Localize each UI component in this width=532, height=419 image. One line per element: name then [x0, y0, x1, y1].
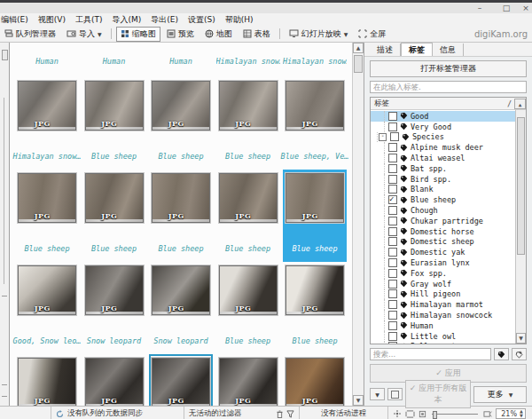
tree-scroll-down-icon[interactable]: ▼ — [516, 333, 526, 344]
tag-checkbox[interactable] — [388, 311, 397, 320]
tag-checkbox[interactable] — [388, 185, 397, 194]
tab-标签[interactable]: 标签 — [401, 43, 433, 56]
zoom-percent-spinbox[interactable]: 21% ▲▼ — [496, 408, 526, 419]
thumbnail-image[interactable]: JPG — [219, 358, 278, 406]
scroll-down-icon[interactable]: ▼ — [353, 395, 364, 406]
scrollbar-track[interactable] — [353, 75, 364, 395]
tree-scroll-up-icon[interactable]: ▲ — [514, 99, 526, 109]
thumbnail-cell[interactable]: JPGBlue sheep — [149, 170, 213, 262]
tag-row[interactable]: Bat spp. — [371, 163, 515, 174]
tag-row[interactable]: Fox spp. — [371, 268, 515, 279]
thumbnail-cell[interactable]: JPG — [82, 354, 146, 406]
tag-row[interactable]: Little owl — [371, 331, 515, 342]
tag-row[interactable]: Domestic sheep — [371, 237, 515, 248]
tag-checkbox[interactable] — [388, 269, 397, 278]
zoom-100-icon[interactable] — [419, 410, 426, 418]
thumbnail-cell[interactable]: JPG — [283, 354, 347, 406]
tag-row[interactable]: Alpine musk deer — [371, 142, 515, 153]
thumbnail-image[interactable]: JPG — [18, 265, 76, 315]
thumbnail-cell[interactable]: JPG — [149, 354, 213, 406]
thumbnail-image[interactable]: JPG — [85, 265, 144, 315]
menu-item[interactable]: 导入(M) — [112, 14, 141, 26]
tags-tree-scrollbar[interactable]: ▼ — [515, 110, 526, 344]
toolbar-import-button[interactable]: 导入▼ — [62, 27, 106, 42]
tag-row[interactable]: Chukar partridge — [371, 216, 515, 226]
tag-checkbox[interactable] — [388, 300, 397, 309]
thumbnail-image[interactable]: JPG — [85, 173, 144, 223]
thumbnail-image[interactable]: JPG — [219, 173, 278, 223]
thumbnail-image[interactable]: JPG — [18, 81, 76, 130]
scroll-up-icon[interactable]: ▲ — [353, 43, 364, 53]
spin-arrows[interactable]: ▲▼ — [518, 409, 525, 418]
tag-checkbox[interactable] — [388, 332, 397, 341]
tags-tree-header[interactable]: 标签 / ▲ — [371, 98, 526, 110]
thumbnail-cell[interactable]: JPG — [15, 354, 79, 406]
scrollbar-thumb[interactable] — [354, 55, 363, 73]
menu-item[interactable]: 编辑(E) — [1, 14, 28, 26]
toolbar-preview-button[interactable]: 预览 — [162, 27, 199, 42]
tag-row[interactable]: Hill pigeon — [371, 289, 515, 300]
open-tag-manager-button[interactable]: 打开标签管理器 — [370, 60, 527, 77]
apply-all-versions-button[interactable]: ✓ 应用于所有版本 — [405, 380, 471, 408]
tag-checkbox[interactable] — [388, 112, 397, 121]
thumbnail-cell[interactable]: JPGBlue sheep — [149, 77, 213, 170]
tag-checkbox[interactable] — [388, 195, 397, 204]
tag-row[interactable]: Chough — [371, 205, 515, 216]
tag-row[interactable]: Good — [371, 111, 515, 122]
tag-row[interactable]: Human — [371, 320, 515, 331]
thumbnail-cell[interactable]: JPG — [216, 354, 280, 406]
minimize-button[interactable]: – — [466, 3, 493, 13]
thumbnail-image[interactable]: JPG — [286, 358, 344, 406]
fit-window-icon[interactable] — [393, 409, 402, 418]
thumbnail-cell[interactable]: JPGBlue sheep — [82, 77, 146, 170]
thumbnail-cell[interactable]: JPGHimalayan snow… — [15, 77, 79, 170]
tag-icon-button[interactable] — [494, 348, 509, 360]
left-sidebar-strip[interactable] — [0, 43, 10, 406]
tag-checkbox[interactable] — [388, 217, 397, 225]
menu-item[interactable]: 帮助(H) — [225, 14, 254, 26]
thumbnail-cell[interactable]: JPGBlue sheep — [283, 262, 347, 354]
tag-checkbox[interactable] — [388, 321, 397, 330]
left-sidebar-handle[interactable] — [2, 50, 8, 60]
tab-描述[interactable]: 描述 — [370, 43, 401, 56]
recent-tags-dropdown[interactable]: ▼ — [370, 388, 385, 400]
toolbar-map-button[interactable]: 地图 — [200, 27, 237, 42]
toolbar-thumbnails-button[interactable]: 缩略图 — [116, 27, 160, 42]
toolbar-queue-button[interactable]: 队列管理器 — [0, 27, 60, 42]
thumbnail-image[interactable]: JPG — [286, 265, 344, 315]
thumbnail-image[interactable]: JPG — [219, 81, 278, 130]
toolbar-table-button[interactable]: 表格 — [239, 27, 275, 42]
thumbnail-cell[interactable]: JPGGood, Snow leo… — [15, 262, 79, 354]
tag-search-input[interactable] — [370, 348, 491, 360]
expander-icon[interactable]: - — [379, 133, 387, 141]
tree-scrollbar-track[interactable] — [516, 255, 526, 333]
tag-checkbox[interactable] — [390, 132, 399, 141]
tag-checkbox[interactable] — [388, 289, 397, 298]
menu-item[interactable]: 设置(S) — [188, 14, 215, 26]
tree-scrollbar-thumb[interactable] — [517, 117, 525, 255]
tag-row[interactable]: Eurasian lynx — [371, 257, 515, 268]
tag-row[interactable]: Altai weasel — [371, 153, 515, 163]
tag-checkbox[interactable] — [388, 154, 397, 162]
thumbnail-cell[interactable]: JPGSnow leopard — [149, 262, 213, 354]
tag-checkbox[interactable] — [388, 175, 397, 184]
tag-row[interactable]: Blank — [371, 185, 515, 195]
menu-item[interactable]: 工具(T) — [75, 14, 103, 26]
tag-row[interactable]: Gray wolf — [371, 279, 515, 289]
tag-checkbox[interactable] — [388, 143, 397, 152]
menu-item[interactable]: 导出(E) — [151, 14, 178, 26]
menu-item[interactable]: 视图(V) — [38, 14, 66, 26]
tag-checkbox[interactable] — [388, 248, 397, 257]
thumbnail-image[interactable]: JPG — [286, 81, 344, 130]
thumbnail-image[interactable]: JPG — [286, 173, 344, 223]
thumbnail-scrollbar[interactable]: ▲ ▼ — [352, 43, 364, 406]
thumbnail-image[interactable]: JPG — [85, 358, 144, 406]
thumbnail-cell[interactable]: JPGBlue sheep — [216, 262, 280, 354]
thumbnail-image[interactable]: JPG — [152, 265, 210, 315]
tag-row[interactable]: Himalayan snowcock — [371, 310, 515, 320]
close-button[interactable]: × — [520, 3, 532, 13]
tag-checkbox[interactable] — [388, 342, 397, 344]
thumbnail-image[interactable]: JPG — [152, 81, 210, 130]
versions-button[interactable] — [387, 388, 403, 400]
tag-row[interactable]: Himalayan marmot — [371, 299, 515, 310]
